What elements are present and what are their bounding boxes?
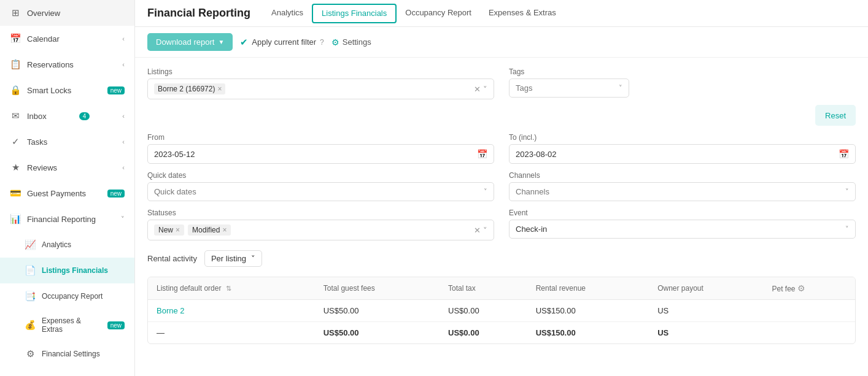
sidebar-item-analytics[interactable]: 📈 Analytics: [0, 232, 134, 258]
payments-icon: 💳: [10, 188, 21, 199]
sidebar-item-label: Listings Financials: [42, 266, 108, 275]
dropdown-arrow-icon: ▼: [218, 39, 224, 45]
statuses-filter: Statuses New × Modified × ✕ ˅: [147, 209, 494, 240]
lock-icon: 🔒: [10, 85, 21, 96]
cell-pet-fee: [764, 300, 856, 322]
cell-guest-fees-total: US$50.00: [315, 322, 440, 344]
cell-rental-revenue: US$150.00: [527, 300, 649, 322]
sidebar-item-calendar[interactable]: 📅 Calendar ‹: [0, 26, 134, 52]
clear-icon[interactable]: ✕: [474, 85, 481, 94]
quick-dates-search[interactable]: [154, 187, 484, 196]
tab-expenses-extras[interactable]: Expenses & Extras: [480, 0, 565, 27]
sidebar: ⊞ Overview 📅 Calendar ‹ 📋 Reservations ‹…: [0, 0, 135, 376]
sidebar-item-label: Overview: [27, 9, 60, 18]
chevron-down-icon: ˅: [619, 84, 622, 92]
chevron-icon: ‹: [122, 112, 125, 120]
cell-listing: Borne 2: [148, 300, 315, 322]
sidebar-item-label: Tasks: [27, 137, 47, 147]
channels-search[interactable]: [516, 187, 845, 196]
channels-filter: Channels ˅: [509, 171, 856, 201]
new-badge: new: [107, 86, 125, 94]
column-settings-icon[interactable]: ⚙: [797, 283, 805, 293]
inbox-badge: 4: [79, 112, 90, 120]
from-value: 2023-05-12: [154, 150, 195, 159]
listings-input[interactable]: Borne 2 (166972) × ✕ ˅: [147, 79, 494, 99]
listing-link[interactable]: Borne 2: [157, 306, 185, 315]
sidebar-item-tasks[interactable]: ✓ Tasks ‹: [0, 129, 134, 155]
remove-listing-tag[interactable]: ×: [217, 85, 222, 93]
settings-label: Settings: [343, 37, 371, 47]
chevron-down-icon: ˅: [484, 188, 487, 196]
cell-total-tax: US$0.00: [440, 300, 527, 322]
channels-input[interactable]: ˅: [509, 182, 856, 201]
download-report-button[interactable]: Download report ▼: [147, 33, 233, 51]
financial-icon: 📊: [10, 213, 21, 224]
chevron-down-icon[interactable]: ˅: [483, 85, 487, 94]
col-total-tax: Total tax: [440, 277, 527, 300]
statuses-label: Statuses: [147, 209, 494, 217]
rental-activity-select[interactable]: Per listing ˅: [204, 250, 262, 267]
event-filter: Event Check-in ˅: [509, 209, 856, 240]
remove-modified-status[interactable]: ×: [222, 226, 227, 234]
chevron-down-icon[interactable]: ˅: [483, 226, 487, 235]
col-guest-fees: Total guest fees: [315, 277, 440, 300]
page-title: Financial Reporting: [147, 7, 250, 20]
from-input[interactable]: 2023-05-12 📅: [147, 144, 494, 164]
reset-button[interactable]: Reset: [815, 105, 856, 126]
tab-occupancy-report[interactable]: Occupancy Report: [397, 0, 480, 27]
status-tag-modified: Modified ×: [188, 224, 231, 236]
content-area: Listings Borne 2 (166972) × ✕ ˅ Tags: [135, 58, 868, 376]
cell-owner-payout-total: US: [649, 322, 763, 344]
tab-analytics[interactable]: Analytics: [263, 0, 312, 27]
statuses-input[interactable]: New × Modified × ✕ ˅: [147, 220, 494, 240]
sidebar-item-occupancy-report[interactable]: 📑 Occupancy Report: [0, 283, 134, 309]
sidebar-item-expenses-extras[interactable]: 💰 Expenses & Extras new: [0, 309, 134, 341]
listing-tag-value: Borne 2 (166972): [158, 85, 215, 93]
sidebar-item-smart-locks[interactable]: 🔒 Smart Locks new: [0, 77, 134, 103]
event-value: Check-in: [516, 224, 547, 234]
sidebar-item-financial-reporting[interactable]: 📊 Financial Reporting ˅: [0, 206, 134, 232]
tasks-icon: ✓: [10, 136, 21, 147]
settings-icon: ⚙: [25, 348, 36, 359]
channels-label: Channels: [509, 171, 856, 180]
sidebar-item-reviews[interactable]: ★ Reviews ‹: [0, 155, 134, 180]
sidebar-item-financial-settings[interactable]: ⚙ Financial Settings: [0, 341, 134, 367]
quick-dates-input[interactable]: ˅: [147, 182, 494, 201]
filters-grid: Listings Borne 2 (166972) × ✕ ˅ Tags: [147, 67, 856, 240]
inbox-icon: ✉: [10, 110, 21, 121]
analytics-icon: 📈: [25, 239, 36, 250]
gear-icon: ⚙: [331, 37, 339, 47]
sidebar-item-label: Smart Locks: [27, 86, 71, 95]
clear-icon[interactable]: ✕: [474, 226, 481, 235]
from-filter: From 2023-05-12 📅: [147, 133, 494, 164]
table-header-row: Listing default order ⇅ Total guest fees…: [148, 277, 855, 300]
chevron-down-icon: ˅: [845, 225, 849, 233]
sidebar-item-reservations[interactable]: 📋 Reservations ‹: [0, 52, 134, 77]
remove-new-status[interactable]: ×: [176, 226, 180, 234]
sidebar-item-overview[interactable]: ⊞ Overview: [0, 0, 134, 26]
calendar-icon[interactable]: 📅: [477, 149, 487, 159]
sidebar-item-inbox[interactable]: ✉ Inbox 4 ‹: [0, 103, 134, 129]
tab-listings-financials[interactable]: Listings Financials: [312, 4, 397, 23]
settings-button[interactable]: ⚙ Settings: [331, 37, 371, 47]
chevron-icon: ‹: [122, 164, 125, 171]
sidebar-item-listings-financials[interactable]: 📄 Listings Financials: [0, 258, 134, 283]
from-label: From: [147, 133, 494, 142]
occupancy-icon: 📑: [25, 291, 36, 302]
sort-icon[interactable]: ⇅: [226, 285, 231, 292]
checkmark-icon: ✔: [240, 37, 248, 48]
event-input[interactable]: Check-in ˅: [509, 220, 856, 239]
tags-input[interactable]: ˅: [509, 79, 629, 98]
toolbar: Download report ▼ ✔ Apply current filter…: [135, 27, 868, 58]
to-input[interactable]: 2023-08-02 📅: [509, 144, 856, 164]
quick-dates-filter: Quick dates ˅: [147, 171, 494, 201]
tags-search[interactable]: [516, 83, 619, 93]
calendar-icon[interactable]: 📅: [839, 149, 849, 159]
sidebar-item-label: Calendar: [27, 34, 60, 44]
sidebar-item-label: Guest Payments: [27, 189, 86, 198]
help-icon[interactable]: ?: [320, 38, 324, 47]
tags-filter: Tags ˅: [509, 67, 629, 98]
sidebar-item-guest-payments[interactable]: 💳 Guest Payments new: [0, 180, 134, 206]
chevron-icon: ˅: [121, 215, 125, 223]
tags-filter-row: Tags ˅ Reset: [509, 67, 856, 126]
